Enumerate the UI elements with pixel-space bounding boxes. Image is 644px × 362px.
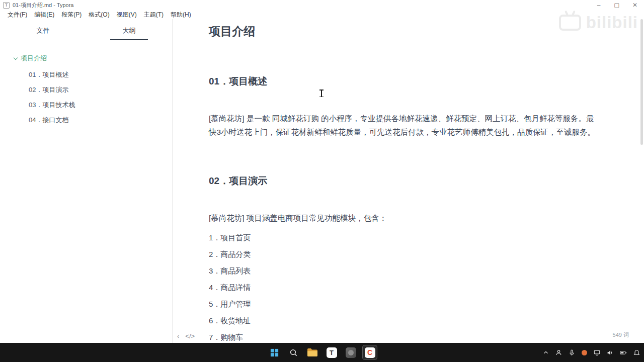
list-item[interactable]: 5．用户管理 — [209, 299, 614, 309]
window-title: 01-项目介绍.md - Typora — [13, 2, 73, 9]
window-titlebar: T 01-项目介绍.md - Typora – ▢ ✕ — [0, 0, 644, 10]
search-icon — [289, 348, 298, 357]
source-code-mode-icon[interactable]: </> — [185, 332, 195, 340]
typora-app-icon: T — [3, 2, 10, 9]
sidebar-collapse-icon[interactable]: ‹ — [177, 332, 179, 340]
doc-heading-demo[interactable]: 02．项目演示 — [209, 174, 614, 188]
recorder-app-icon: C — [365, 347, 375, 358]
typora-taskbar-button[interactable]: T — [324, 345, 339, 360]
doc-title[interactable]: 项目介绍 — [209, 23, 614, 39]
doc-heading-overview[interactable]: 01．项目概述 — [209, 74, 614, 88]
menu-theme[interactable]: 主题(T) — [140, 11, 167, 19]
recording-indicator-icon[interactable] — [582, 350, 587, 355]
outline-root-label: 项目介绍 — [21, 54, 47, 62]
notification-bell-icon[interactable] — [633, 349, 640, 356]
start-button[interactable] — [267, 345, 282, 360]
window-controls: – ▢ ✕ — [590, 0, 644, 10]
unknown-app-button[interactable] — [343, 345, 358, 360]
system-tray — [543, 343, 640, 362]
display-icon[interactable] — [594, 349, 600, 356]
text-cursor — [319, 89, 324, 97]
outline-item-stack[interactable]: 03．项目技术栈 — [0, 98, 172, 113]
menubar: 文件(F) 编辑(E) 段落(P) 格式(O) 视图(V) 主题(T) 帮助(H… — [0, 10, 644, 19]
editor-footer: ‹ </> — [177, 332, 195, 340]
menu-paragraph[interactable]: 段落(P) — [58, 11, 85, 19]
desktop-screen: T 01-项目介绍.md - Typora – ▢ ✕ 文件(F) 编辑(E) … — [0, 0, 644, 362]
doc-paragraph-demo[interactable]: [慕尚花坊] 项目涵盖电商项目常见功能模块，包含： — [209, 211, 600, 225]
sidebar: 文件 大纲 项目介绍 01．项目概述 02．项目演示 03．项目技术栈 04．接… — [0, 19, 173, 343]
outline-item-demo[interactable]: 02．项目演示 — [0, 82, 172, 98]
list-item[interactable]: 1．项目首页 — [209, 233, 614, 243]
taskbar: T C — [0, 343, 644, 362]
doc-paragraph-overview[interactable]: [慕尚花坊] 是一款 同城鲜花订购 的小程序，专业提供各地鲜花速递、鲜花预定、网… — [209, 112, 600, 139]
volume-icon[interactable] — [607, 349, 613, 356]
people-icon[interactable] — [555, 349, 562, 356]
taskbar-center: T C — [267, 343, 377, 362]
hidden-icons-chevron-icon[interactable] — [543, 349, 549, 355]
list-item[interactable]: 7．购物车 — [209, 332, 614, 342]
list-item[interactable]: 3．商品列表 — [209, 266, 614, 276]
outline-item-api[interactable]: 04．接口文档 — [0, 113, 172, 128]
doc-feature-list: 1．项目首页 2．商品分类 3．商品列表 4．商品详情 5．用户管理 6．收货地… — [209, 233, 614, 342]
outline-root-item[interactable]: 项目介绍 — [0, 51, 172, 65]
menu-file[interactable]: 文件(F) — [4, 11, 31, 19]
outline-item-overview[interactable]: 01．项目概述 — [0, 67, 172, 82]
maximize-button[interactable]: ▢ — [608, 0, 626, 10]
chevron-down-icon — [14, 56, 18, 60]
menu-format[interactable]: 格式(O) — [85, 11, 113, 19]
menu-view[interactable]: 视图(V) — [113, 11, 140, 19]
sidebar-tabs: 文件 大纲 — [0, 19, 172, 42]
unknown-app-icon — [346, 347, 356, 358]
search-button[interactable] — [286, 345, 301, 360]
file-explorer-button[interactable] — [305, 345, 320, 360]
windows-logo-icon — [270, 348, 279, 357]
close-button[interactable]: ✕ — [626, 0, 644, 10]
tab-outline[interactable]: 大纲 — [86, 26, 172, 35]
menu-help[interactable]: 帮助(H) — [167, 11, 195, 19]
main-area: 文件 大纲 项目介绍 01．项目概述 02．项目演示 03．项目技术栈 04．接… — [0, 19, 644, 343]
microphone-icon[interactable] — [569, 349, 575, 356]
word-count: 549 词 — [613, 331, 629, 339]
editor-content[interactable]: 项目介绍 01．项目概述 [慕尚花坊] 是一款 同城鲜花订购 的小程序，专业提供… — [173, 19, 644, 343]
list-item[interactable]: 2．商品分类 — [209, 249, 614, 259]
typora-icon: T — [327, 347, 337, 358]
recorder-app-button[interactable]: C — [362, 345, 377, 360]
folder-icon — [307, 348, 318, 357]
minimize-button[interactable]: – — [590, 0, 608, 10]
scrollbar-thumb[interactable] — [640, 19, 643, 145]
outline-panel: 项目介绍 01．项目概述 02．项目演示 03．项目技术栈 04．接口文档 — [0, 42, 172, 128]
menu-edit[interactable]: 编辑(E) — [31, 11, 58, 19]
tab-files[interactable]: 文件 — [0, 26, 86, 35]
list-item[interactable]: 6．收货地址 — [209, 316, 614, 326]
list-item[interactable]: 4．商品详情 — [209, 283, 614, 293]
battery-icon[interactable] — [620, 349, 627, 356]
